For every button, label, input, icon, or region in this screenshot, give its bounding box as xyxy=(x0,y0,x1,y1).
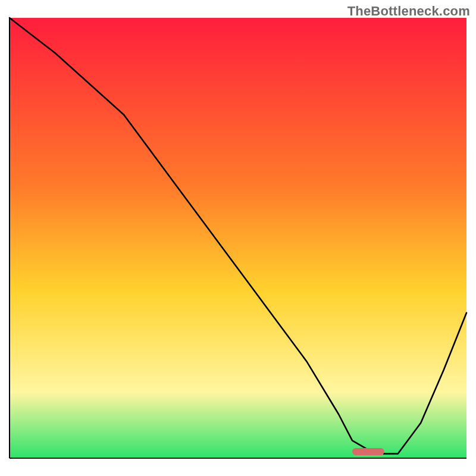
chart-stage: TheBottleneck.com xyxy=(0,0,476,476)
watermark-text: TheBottleneck.com xyxy=(347,4,470,19)
plot-background xyxy=(10,18,466,458)
chart-svg xyxy=(0,0,476,476)
optimal-marker xyxy=(352,448,384,455)
